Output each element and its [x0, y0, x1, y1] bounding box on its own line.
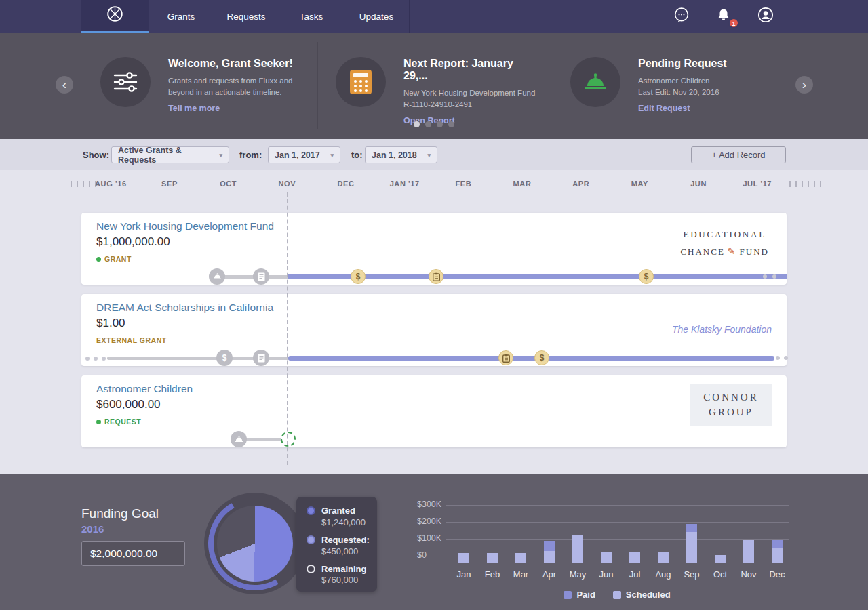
carousel-card-title: Next Report: January 29,...	[403, 58, 539, 82]
carousel-dot[interactable]	[425, 121, 431, 127]
legend-value: $1,240,000	[321, 517, 366, 529]
edit-request-link[interactable]: Edit Request	[638, 104, 690, 113]
announcement-carousel: ‹ › Welcome, Grant Seeker! Grants and re…	[0, 33, 868, 139]
dollar-icon: $	[356, 272, 361, 281]
timeline-month-axis: AUG '16 SEP OCT NOV DEC JAN '17 FEB MAR …	[81, 174, 787, 193]
grant-title-link[interactable]: DREAM Act Scholarships in California	[96, 302, 273, 314]
nav-separator	[149, 0, 149, 33]
to-label: to:	[351, 150, 363, 160]
org-logo-educational-chance-fund: EDUCATIONAL CHANCE ✎ FUND	[680, 229, 769, 258]
month-label: MAY	[610, 180, 669, 188]
milestone-document-marker[interactable]	[253, 268, 269, 285]
carousel-dot[interactable]	[414, 121, 420, 127]
add-record-button[interactable]: + Add Record	[691, 146, 786, 163]
carousel-card-body: R-1110-24910-2491	[403, 99, 539, 110]
sliders-icon	[100, 57, 151, 107]
pending-milestone-marker[interactable]	[281, 432, 296, 447]
month-label: NOV	[258, 180, 317, 188]
carousel-card-welcome: Welcome, Grant Seeker! Grants and reques…	[100, 57, 304, 114]
app-root: Grants Requests Tasks Updates 1	[0, 0, 868, 610]
record-type-badge: EXTERNAL GRANT	[96, 336, 167, 344]
tab-tasks-label: Tasks	[300, 12, 323, 22]
x-axis-label: Aug	[649, 569, 677, 580]
milestone-bell-marker[interactable]	[209, 268, 225, 285]
track-end-dot	[776, 356, 780, 360]
tab-grants[interactable]: Grants	[149, 0, 214, 33]
carousel-dot[interactable]	[437, 121, 443, 127]
gridline	[446, 522, 789, 523]
chevron-right-icon: ›	[802, 78, 806, 91]
bar	[458, 553, 469, 563]
grant-title-link[interactable]: New York Housing Development Fund	[96, 220, 274, 232]
record-type-label: REQUEST	[104, 418, 141, 426]
home-tab[interactable]	[81, 0, 149, 33]
tell-me-more-link[interactable]: Tell me more	[168, 104, 220, 113]
bar	[629, 552, 640, 563]
org-logo-word1: CHANCE	[680, 247, 724, 258]
payment-marker[interactable]: $	[216, 350, 233, 366]
legend-item-requested: Requested: $450,000	[296, 535, 377, 564]
nav-separator	[787, 0, 787, 33]
show-dropdown[interactable]: Active Grants & Requests ▾	[111, 146, 229, 163]
funding-legend: Granted $1,240,000 Requested: $450,000 R…	[296, 497, 377, 592]
carousel-dot[interactable]	[448, 121, 454, 127]
legend-item-remaining: Remaining $760,000	[296, 564, 377, 593]
x-axis-label: Feb	[478, 569, 507, 580]
show-label: Show:	[83, 150, 109, 160]
report-marker[interactable]	[498, 350, 513, 365]
tab-requests[interactable]: Requests	[214, 0, 279, 33]
profile-button[interactable]	[745, 0, 787, 33]
calculator-icon	[336, 57, 386, 107]
tab-updates[interactable]: Updates	[344, 0, 409, 33]
carousel-card-report: Next Report: January 29,... New York Hou…	[336, 57, 539, 126]
top-navbar: Grants Requests Tasks Updates 1	[0, 0, 868, 33]
pencil-icon: ✎	[728, 246, 737, 258]
org-logo-line2: GROUP	[709, 405, 753, 420]
milestone-bell-marker[interactable]	[231, 431, 247, 447]
month-label: OCT	[199, 180, 258, 188]
legend-label: Requested:	[321, 535, 370, 546]
requested-swatch-icon	[307, 535, 315, 544]
x-axis-label: Nov	[734, 569, 763, 580]
service-bell-icon	[570, 57, 620, 107]
month-label: JUL '17	[728, 180, 787, 188]
nav-separator	[279, 0, 279, 33]
help-chat-button[interactable]	[660, 0, 703, 33]
payment-marker[interactable]: $	[351, 269, 366, 284]
dollar-icon: $	[540, 353, 545, 363]
notifications-button[interactable]: 1	[703, 0, 745, 33]
carousel-prev-button[interactable]: ‹	[56, 76, 73, 94]
notification-count-badge: 1	[728, 18, 739, 28]
payment-marker[interactable]: $	[639, 269, 654, 284]
carousel-next-button[interactable]: ›	[795, 76, 813, 94]
org-logo-connor-group: CONNOR GROUP	[690, 384, 772, 426]
current-date-marker-line	[287, 192, 288, 465]
carousel-card-text: Pending Request Astronomer Children Last…	[638, 57, 727, 114]
request-title-link[interactable]: Astronomer Children	[96, 383, 193, 395]
org-logo-line1: EDUCATIONAL	[680, 229, 769, 243]
bar	[487, 553, 498, 563]
track-start-dot	[94, 357, 98, 361]
funding-goal-title: Funding Goal	[81, 506, 159, 521]
chevron-left-icon: ‹	[62, 78, 66, 91]
y-axis-label: $100K	[417, 533, 441, 543]
x-axis-label: Oct	[706, 569, 734, 580]
from-date-dropdown[interactable]: Jan 1, 2017 ▾	[268, 146, 340, 163]
scheduled-legend-label: Scheduled	[626, 590, 671, 600]
status-dot	[96, 420, 101, 424]
filter-bar: Show: Active Grants & Requests ▾ from: J…	[0, 139, 868, 170]
record-type-label: GRANT	[104, 255, 132, 263]
carousel-card-pending: Pending Request Astronomer Children Last…	[570, 57, 774, 114]
gridline	[446, 539, 789, 540]
milestone-document-marker[interactable]	[253, 350, 269, 366]
grant-card-dream-act: DREAM Act Scholarships in California $1.…	[81, 294, 787, 366]
funding-goal-input[interactable]	[81, 541, 185, 566]
request-amount: $600,000.00	[96, 398, 161, 411]
bar	[658, 552, 669, 563]
report-marker[interactable]	[429, 269, 443, 284]
payment-marker[interactable]: $	[534, 350, 549, 365]
to-date-dropdown[interactable]: Jan 1, 2018 ▾	[365, 146, 437, 163]
add-record-label: + Add Record	[711, 150, 765, 160]
tab-tasks[interactable]: Tasks	[279, 0, 344, 33]
carousel-card-title: Welcome, Grant Seeker!	[168, 58, 293, 70]
